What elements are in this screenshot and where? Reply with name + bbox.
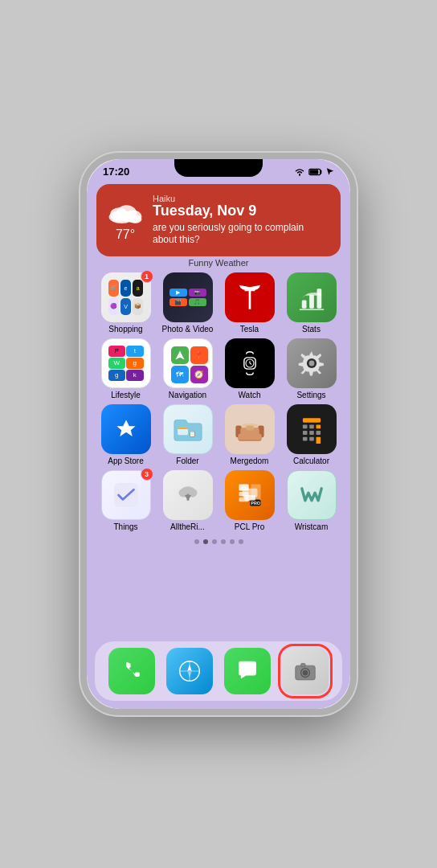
- notch: [174, 159, 263, 177]
- shopping-icon-wrap: 🛒 e a 🟣 V 📦 1: [101, 272, 151, 322]
- page-dot-1[interactable]: [194, 539, 199, 544]
- svg-rect-1: [310, 170, 319, 174]
- app-item-wristcam[interactable]: Wristcam: [282, 470, 341, 531]
- app-item-photo[interactable]: ▶ 📷 🎬: [158, 272, 217, 334]
- app-item-alltheri[interactable]: AlltheRi...: [158, 470, 217, 531]
- things-logo: [111, 480, 141, 510]
- app-item-calculator[interactable]: Calculator: [282, 404, 341, 465]
- wristcam-icon: [287, 470, 337, 520]
- app-item-pclpro[interactable]: PRO PCL Pro: [220, 470, 279, 531]
- phone-frame: 17:20: [80, 153, 357, 715]
- dock: [95, 641, 342, 701]
- page-dots: [96, 539, 341, 544]
- svg-rect-31: [316, 424, 321, 428]
- weather-widget[interactable]: 77° Haiku Tuesday, Nov 9 are you serious…: [96, 184, 341, 256]
- watch-icon-wrap: [225, 338, 275, 388]
- watch-logo: [234, 347, 266, 379]
- app-item-things[interactable]: 3 Things: [96, 470, 155, 531]
- page-dot-4[interactable]: [221, 539, 226, 544]
- weather-left: 77°: [108, 199, 143, 242]
- appstore-label: App Store: [108, 457, 143, 465]
- status-time: 17:20: [103, 166, 129, 178]
- svg-text:PRO: PRO: [251, 501, 260, 506]
- screen: 17:20: [87, 159, 350, 709]
- svg-rect-19: [178, 427, 188, 429]
- stats-icon: [287, 272, 337, 322]
- mergedom-logo: [232, 411, 268, 447]
- page-dot-6[interactable]: [239, 539, 243, 544]
- things-badge: 3: [141, 468, 153, 481]
- weather-temp: 77°: [116, 227, 135, 242]
- app-item-stats[interactable]: Stats: [282, 272, 341, 334]
- page-dot-5[interactable]: [230, 539, 235, 544]
- appstore-icon: [101, 404, 151, 454]
- svg-rect-42: [186, 494, 189, 501]
- app-item-navigation[interactable]: 📍 🗺 🧭 Navigation: [158, 338, 217, 399]
- watch-label: Watch: [239, 391, 261, 399]
- app-item-mergedom[interactable]: Mergedom: [220, 404, 279, 465]
- svg-rect-27: [246, 426, 253, 431]
- weather-app-name: Haiku: [153, 194, 329, 203]
- widget-label: Funny Weather: [96, 258, 341, 268]
- settings-label: Settings: [296, 391, 325, 399]
- alltheri-logo: [173, 480, 203, 510]
- tesla-logo: [237, 283, 263, 312]
- svg-line-14: [250, 363, 251, 364]
- shopping-label: Shopping: [108, 325, 142, 334]
- calculator-icon: [287, 404, 337, 454]
- page-dot-3[interactable]: [212, 539, 217, 544]
- folder-logo: 📋: [172, 415, 204, 444]
- wristcam-label: Wristcam: [295, 522, 328, 531]
- messages-icon: [235, 659, 259, 683]
- dock-camera[interactable]: [282, 648, 329, 694]
- shopping-badge: 1: [141, 270, 153, 283]
- app-item-watch[interactable]: Watch: [220, 338, 279, 399]
- appstore-icon-wrap: [101, 404, 151, 454]
- svg-rect-7: [112, 216, 137, 221]
- pclpro-label: PCL Pro: [235, 522, 264, 531]
- dock-phone[interactable]: [108, 648, 155, 694]
- svg-rect-30: [309, 424, 314, 428]
- alltheri-label: AlltheRi...: [170, 522, 205, 531]
- svg-rect-29: [302, 424, 307, 428]
- wristcam-icon-wrap: [287, 470, 337, 520]
- folder-icon-wrap: 📋: [163, 404, 213, 454]
- mergedom-icon: [225, 404, 275, 454]
- lifestyle-label: Lifestyle: [111, 391, 141, 399]
- dock-messages[interactable]: [224, 648, 271, 694]
- app-item-shopping[interactable]: 🛒 e a 🟣 V 📦 1 Shopping: [96, 272, 155, 334]
- home-content: 77° Haiku Tuesday, Nov 9 are you serious…: [87, 181, 350, 641]
- cloud-icon: [108, 199, 143, 224]
- dock-safari[interactable]: [166, 648, 213, 694]
- navigation-label: Navigation: [169, 391, 206, 399]
- app-item-appstore[interactable]: App Store: [96, 404, 155, 465]
- tesla-icon-wrap: [225, 272, 275, 322]
- svg-rect-37: [316, 437, 321, 444]
- svg-text:📋: 📋: [189, 430, 196, 437]
- app-item-lifestyle[interactable]: P t W g g k Lifestyle: [96, 338, 155, 399]
- svg-rect-9: [309, 294, 314, 308]
- weather-date: Tuesday, Nov 9: [153, 203, 329, 219]
- phone-icon: [120, 660, 143, 682]
- stats-logo: [297, 283, 326, 312]
- svg-point-58: [311, 667, 313, 669]
- battery-icon: [308, 168, 323, 176]
- mergedom-label: Mergedom: [231, 457, 269, 465]
- location-icon: [326, 167, 334, 176]
- page-dot-2[interactable]: [203, 539, 208, 544]
- app-grid: 🛒 e a 🟣 V 📦 1 Shopping: [96, 272, 341, 531]
- app-item-folder[interactable]: 📋 Folder: [158, 404, 217, 465]
- navigation-icon: 📍 🗺 🧭: [163, 338, 213, 388]
- photo-label: Photo & Video: [162, 325, 214, 334]
- folder-label: Folder: [176, 457, 198, 465]
- pclpro-logo: PRO: [235, 480, 265, 510]
- app-item-tesla[interactable]: Tesla: [220, 272, 279, 334]
- watch-icon: [225, 338, 275, 388]
- tesla-icon: [225, 272, 275, 322]
- photo-icon-wrap: ▶ 📷 🎬: [163, 272, 213, 322]
- svg-rect-35: [302, 437, 307, 441]
- calculator-icon-wrap: [287, 404, 337, 454]
- pclpro-icon-wrap: PRO: [225, 470, 275, 520]
- app-item-settings[interactable]: Settings: [282, 338, 341, 399]
- svg-rect-36: [309, 437, 314, 441]
